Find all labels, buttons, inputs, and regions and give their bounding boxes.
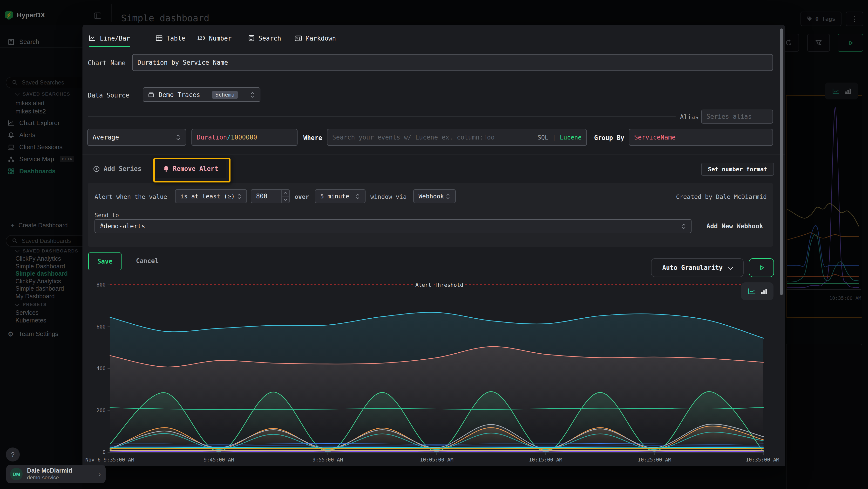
aggregation-select[interactable]: Average — [87, 129, 186, 146]
tab-label: Number — [209, 34, 232, 42]
group-by-value: ServiceName — [634, 134, 676, 141]
alert-window-select[interactable]: 5 minute — [315, 189, 366, 203]
alert-condition-value: is at least (≥) — [180, 193, 235, 200]
group-by-input[interactable]: ServiceName — [629, 129, 773, 146]
data-source-select[interactable]: Demo Traces Schema — [143, 87, 260, 102]
number-spinner[interactable] — [281, 190, 289, 203]
run-chart-button[interactable] — [749, 258, 774, 277]
alert-created-by: Created by Dale McDiarmid — [676, 193, 767, 200]
chart-name-label: Chart Name — [88, 59, 126, 67]
alert-window-value: 5 minute — [320, 193, 349, 200]
tab-label: Markdown — [306, 34, 336, 42]
series-divider — [88, 116, 676, 117]
avatar-initials: DM — [12, 471, 20, 477]
help-label: ? — [11, 451, 14, 458]
alert-threshold-input[interactable]: 800 — [251, 189, 290, 203]
svg-text:600: 600 — [96, 324, 105, 330]
alert-via-label: window via — [370, 193, 407, 200]
avatar: DM — [10, 468, 23, 480]
data-source-value: Demo Traces — [159, 91, 200, 98]
edit-chart-modal: Line/Bar Table 123 Number Search M — [83, 25, 785, 466]
duration-chart: 0200400600800Nov 6 9:35:00 AM9:45:00 AM9… — [83, 280, 785, 466]
tab-search[interactable]: Search — [248, 30, 281, 46]
svg-text:10:25:00 AM: 10:25:00 AM — [638, 457, 671, 463]
select-updown-icon — [355, 193, 360, 199]
svg-text:Alert Threshold: Alert Threshold — [415, 282, 463, 288]
alert-config-panel: Alert when the value is at least (≥) 800… — [88, 183, 773, 247]
svg-text:9:55:00 AM: 9:55:00 AM — [312, 457, 343, 463]
section-divider — [83, 154, 785, 154]
where-search-input[interactable]: Search your events w/ Lucene ex. column:… — [327, 129, 587, 146]
alert-channel-select[interactable]: Webhook — [413, 189, 456, 203]
bar-chart-icon — [761, 288, 767, 294]
user-name: Dale McDiarmid — [27, 467, 72, 474]
svg-text:400: 400 — [96, 366, 105, 371]
plus-circle-icon — [93, 165, 100, 172]
svg-text:800: 800 — [96, 282, 105, 288]
expression-field: Duration — [197, 134, 227, 141]
help-button[interactable]: ? — [6, 448, 20, 461]
send-to-select[interactable]: #demo-alerts — [94, 219, 691, 233]
section-divider — [83, 78, 785, 78]
set-number-format-button[interactable]: Set number format — [701, 163, 774, 176]
aggregation-value: Average — [93, 134, 119, 141]
app-root: ⚡ HyperDX Simple dashboard 0 Tags ⋮ — [0, 0, 868, 489]
add-series-button[interactable]: Add Series — [93, 163, 142, 175]
schema-badge: Schema — [212, 90, 238, 99]
lucene-toggle[interactable]: Lucene — [560, 134, 582, 141]
play-icon — [758, 264, 765, 271]
tab-table[interactable]: Table — [156, 30, 185, 46]
group-by-label: Group By — [594, 134, 624, 141]
granularity-select[interactable]: Auto Granularity — [651, 258, 744, 277]
add-new-webhook-link[interactable]: Add New Webhook — [707, 223, 763, 230]
expression-value: 1000000 — [231, 134, 257, 141]
select-updown-icon — [250, 91, 255, 98]
svg-text:10:35:00 AM: 10:35:00 AM — [746, 457, 779, 463]
alert-condition-select[interactable]: is at least (≥) — [175, 189, 247, 203]
highlight-annotation-box — [153, 158, 230, 182]
expression-input[interactable]: Duration/1000000 — [191, 129, 298, 146]
user-org: demo-service - — [27, 474, 72, 481]
expression-operator: / — [227, 134, 231, 141]
alias-input[interactable]: Series alias — [701, 110, 773, 123]
tab-number[interactable]: 123 Number — [197, 30, 231, 46]
user-chip[interactable]: DM Dale McDiarmid demo-service - › — [6, 465, 105, 483]
tabbar-divider — [83, 46, 785, 46]
svg-text:10:05:00 AM: 10:05:00 AM — [420, 457, 453, 463]
chart-name-input[interactable]: Duration by Service Name — [132, 54, 773, 71]
svg-text:10:15:00 AM: 10:15:00 AM — [529, 457, 562, 463]
svg-text:0: 0 — [102, 450, 105, 455]
select-updown-icon — [237, 193, 242, 199]
chevron-down-icon — [728, 264, 733, 270]
set-number-format-label: Set number format — [708, 166, 767, 173]
chart-type-toggle[interactable] — [741, 282, 774, 300]
alias-label: Alias — [680, 113, 699, 121]
search-tab-icon — [248, 35, 255, 41]
where-label: Where — [303, 134, 322, 141]
modal-scrollbar[interactable] — [780, 28, 783, 295]
tab-label: Table — [166, 34, 185, 42]
select-updown-icon — [681, 223, 686, 229]
line-chart-icon — [748, 288, 756, 295]
alert-threshold-value: 800 — [256, 193, 268, 200]
cancel-button[interactable]: Cancel — [136, 253, 159, 269]
svg-text:9:45:00 AM: 9:45:00 AM — [204, 457, 234, 463]
select-updown-icon — [445, 193, 451, 199]
send-to-value: #demo-alerts — [100, 223, 145, 230]
alert-over-label: over — [294, 193, 309, 200]
svg-text:Nov 6 9:35:00 AM: Nov 6 9:35:00 AM — [85, 457, 134, 463]
tab-line-bar[interactable]: Line/Bar — [89, 30, 130, 47]
tab-label: Line/Bar — [100, 34, 130, 42]
tab-label: Search — [258, 34, 281, 42]
number-tab-icon: 123 — [197, 36, 205, 40]
tab-markdown[interactable]: Markdown — [294, 30, 336, 46]
alias-placeholder: Series alias — [707, 113, 752, 120]
chart-name-value: Duration by Service Name — [137, 59, 228, 66]
sql-toggle[interactable]: SQL — [537, 134, 548, 141]
send-to-label: Send to — [94, 212, 119, 219]
save-button[interactable]: Save — [88, 253, 122, 270]
add-series-label: Add Series — [104, 165, 142, 172]
chevron-right-icon: › — [99, 470, 101, 478]
cancel-label: Cancel — [136, 257, 159, 264]
source-box-icon — [148, 92, 154, 97]
